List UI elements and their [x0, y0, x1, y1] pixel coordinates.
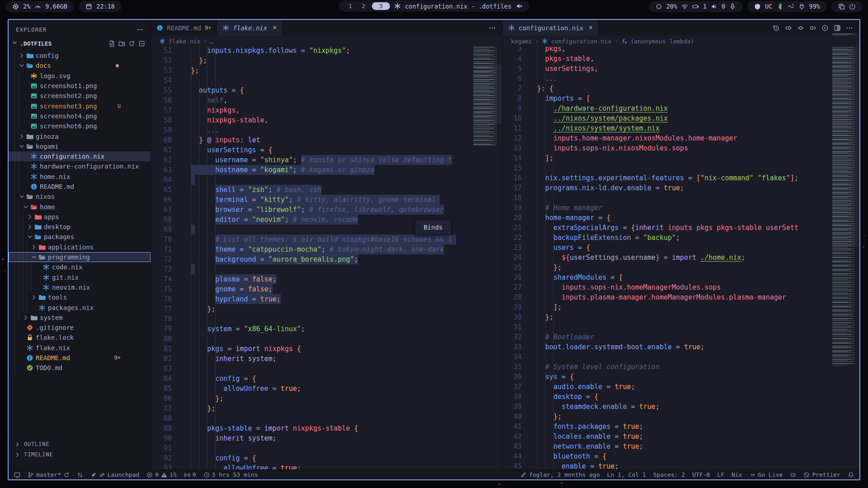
- connectivity-status[interactable]: UC99%: [747, 1, 827, 12]
- code-editor-configuration-nix[interactable]: 3 pkgs,4 pkgs-stable,5 userSettings,6 ..…: [503, 44, 859, 469]
- status-item-git-blame[interactable]: foglar, 2 months ago: [520, 471, 600, 478]
- tree-item-nixos[interactable]: nixos: [9, 192, 151, 202]
- tree-item-screenshot2.png[interactable]: screenshot2.png: [9, 91, 151, 101]
- status-item-prettier[interactable]: Prettier: [803, 471, 840, 478]
- tree-item-git.nix[interactable]: git.nix: [9, 272, 151, 282]
- sync-status-icon[interactable]: [797, 24, 804, 32]
- breadcrumb-segment[interactable]: …: [210, 38, 214, 45]
- minimap-group-2[interactable]: [832, 33, 859, 366]
- status-item-go-live[interactable]: Go Live: [750, 471, 783, 478]
- tree-item-configuration.nix[interactable]: configuration.nix: [9, 151, 151, 161]
- tree-item-desktop[interactable]: desktop: [9, 222, 151, 232]
- status-item-language-mode[interactable]: Nix: [731, 471, 742, 478]
- tree-item-flake.lock[interactable]: flake.lock: [9, 333, 151, 343]
- token: true: [664, 184, 680, 192]
- status-item-cursor-position[interactable]: Ln 1, Col 1: [607, 471, 646, 478]
- close-tab-icon[interactable]: ×: [273, 24, 277, 31]
- status-item-problems[interactable]: 015: [146, 471, 176, 478]
- refresh-explorer-icon[interactable]: [128, 40, 135, 47]
- tree-item-programming[interactable]: programming: [9, 252, 151, 262]
- status-item-git-compare[interactable]: [77, 472, 83, 478]
- tree-item-TODO.md[interactable]: TODO.md: [9, 363, 151, 373]
- token: outputs: [199, 86, 227, 94]
- tree-item-home[interactable]: home: [9, 202, 151, 211]
- tab-configuration.nix[interactable]: configuration.nix×: [503, 20, 599, 36]
- file-link[interactable]: ./home.nix: [700, 253, 741, 262]
- code-text: outputs = {: [191, 85, 244, 95]
- system-stats[interactable]: 2%9.66GB: [5, 1, 74, 12]
- tree-item-screenshot4.png[interactable]: screenshot4.png: [9, 111, 151, 121]
- tab-README.md[interactable]: README.md9+: [151, 20, 217, 36]
- run-icon[interactable]: [821, 24, 829, 32]
- breadcrumb-group-2[interactable]: kogami›configuration.nix›(anonymous lamb…: [503, 36, 859, 47]
- tree-item-screenshot6.png[interactable]: screenshot6.png: [9, 121, 151, 131]
- file-link[interactable]: ../nixos/system/system.nix: [553, 124, 660, 132]
- new-file-icon[interactable]: [108, 40, 115, 47]
- breadcrumb-segment[interactable]: flake.nix: [169, 38, 200, 45]
- file-link[interactable]: ./hardware-configuration.nix: [553, 104, 668, 113]
- group1-more-actions-icon[interactable]: [489, 24, 496, 32]
- status-item-launchpad[interactable]: Launchpad: [90, 471, 139, 478]
- status-item-indentation[interactable]: Spaces: 2: [653, 471, 685, 478]
- tree-item-kogami[interactable]: kogami: [9, 141, 151, 151]
- session-controls[interactable]: [831, 1, 863, 12]
- hardware-status[interactable]: 20%10: [649, 1, 743, 12]
- nav-back-icon[interactable]: [785, 24, 792, 32]
- split-editor-icon[interactable]: [834, 24, 841, 32]
- close-tab-icon[interactable]: ×: [589, 24, 593, 31]
- clock[interactable]: 22:18: [79, 1, 122, 12]
- explorer-root-folder[interactable]: .DOTFILES: [9, 38, 151, 49]
- tree-item-config[interactable]: config: [9, 51, 151, 61]
- status-item-remote-indicator[interactable]: [14, 472, 20, 478]
- status-item-copilot[interactable]: [790, 472, 796, 478]
- status-item-encoding[interactable]: UTF-8: [692, 471, 710, 478]
- tree-item-applications[interactable]: applications: [9, 242, 151, 252]
- tree-item-screenshot1.png[interactable]: screenshot1.png: [9, 81, 151, 91]
- tree-item-screenshot3.png[interactable]: screenshot3.pngU: [9, 101, 151, 111]
- outline-section[interactable]: OUTLINE: [9, 439, 151, 449]
- tree-item-README.md[interactable]: README.md9+: [9, 353, 151, 363]
- wallpaper-speck: [498, 483, 501, 485]
- breadcrumb-segment[interactable]: configuration.nix: [551, 38, 611, 45]
- status-item-git-branch[interactable]: master*: [28, 471, 70, 478]
- file-link[interactable]: ../nixos/system/packages.nix: [553, 114, 668, 122]
- tree-item-label: configuration.nix: [40, 153, 104, 160]
- breadcrumb-segment[interactable]: (anonymous lambda): [631, 38, 694, 45]
- tree-item-packages.nix[interactable]: packages.nix: [9, 302, 151, 312]
- nav-forward-icon[interactable]: [809, 24, 816, 32]
- tree-item-apps[interactable]: apps: [9, 212, 151, 222]
- workspace-2[interactable]: 2: [359, 3, 368, 9]
- tree-item-logo.svg[interactable]: logo.svg: [9, 71, 151, 81]
- tree-item-label: programming: [48, 253, 90, 261]
- status-item-notifications[interactable]: [848, 472, 854, 478]
- minimap-group-1[interactable]: [473, 38, 501, 147]
- timeline-icon[interactable]: [773, 24, 780, 32]
- tree-item-.gitignore[interactable]: .gitignore: [9, 323, 151, 333]
- tree-item-system[interactable]: system: [9, 313, 151, 323]
- workspaces-and-title[interactable]: 123configuration.nix - .dotfiles: [339, 0, 529, 12]
- tree-item-code.nix[interactable]: code.nix: [9, 262, 151, 272]
- tree-item-neovim.nix[interactable]: neovim.nix: [9, 282, 151, 292]
- workspace-1[interactable]: 1: [346, 3, 355, 9]
- breadcrumb-segment[interactable]: kogami: [511, 38, 532, 45]
- tree-item-docs[interactable]: docs: [9, 61, 151, 70]
- tree-item-README.md[interactable]: README.md: [9, 182, 151, 192]
- tree-item-ginoza[interactable]: ginoza: [9, 131, 151, 141]
- tab-flake.nix[interactable]: flake.nix×: [217, 20, 283, 36]
- tree-item-packages[interactable]: packages: [9, 232, 151, 242]
- new-folder-icon[interactable]: [118, 40, 125, 47]
- collapse-folders-icon[interactable]: [138, 40, 145, 47]
- code-editor-flake-nix[interactable]: 51 inputs.nixpkgs.follows = "nixpkgs";52…: [151, 46, 502, 469]
- timeline-section[interactable]: TIMELINE: [9, 449, 151, 460]
- status-item-ports[interactable]: 0: [184, 471, 196, 478]
- group2-more-actions-icon[interactable]: [846, 24, 853, 32]
- breadcrumb-group-1[interactable]: flake.nix›…: [151, 36, 502, 47]
- status-item-eol[interactable]: LF: [717, 471, 724, 478]
- line-number: 63: [151, 165, 172, 175]
- workspace-3-active[interactable]: 3: [372, 2, 390, 10]
- tree-item-tools[interactable]: tools: [9, 292, 151, 302]
- tree-item-hardware-configuration.nix[interactable]: hardware-configuration.nix: [9, 161, 151, 171]
- status-item-time-tracker[interactable]: 3 hrs 53 mins: [203, 471, 258, 478]
- tree-item-home.nix[interactable]: home.nix: [9, 172, 151, 182]
- tree-item-flake.nix[interactable]: flake.nix: [9, 343, 151, 353]
